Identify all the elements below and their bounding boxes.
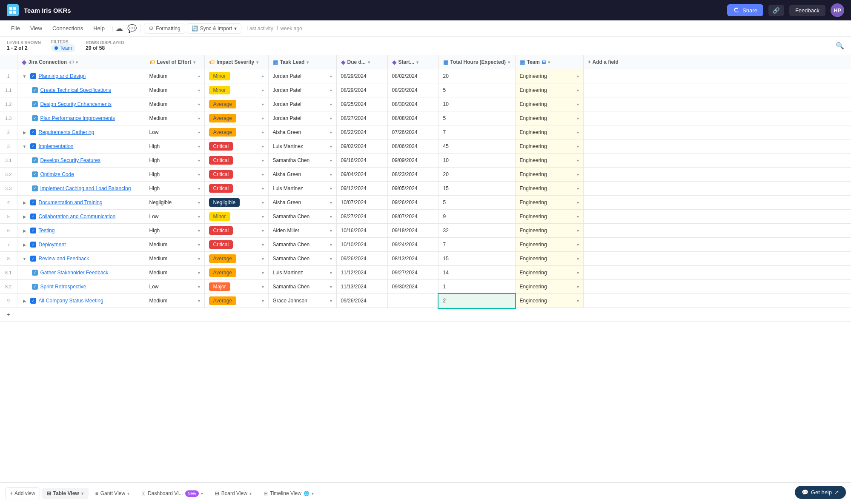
effort-dropdown[interactable]: ▾ xyxy=(198,116,200,121)
lead-dropdown[interactable]: ▾ xyxy=(330,88,332,93)
effort-dropdown[interactable]: ▾ xyxy=(198,130,200,135)
team-dropdown[interactable]: ▾ xyxy=(577,158,579,163)
row-name-link[interactable]: Plan Performance Improvements xyxy=(40,115,115,121)
impact-dropdown[interactable]: ▾ xyxy=(262,256,264,261)
impact-dropdown[interactable]: ▾ xyxy=(262,144,264,149)
lead-dropdown[interactable]: ▾ xyxy=(330,228,332,233)
team-dropdown[interactable]: ▾ xyxy=(577,242,579,247)
th-team-arrow[interactable]: ▾ xyxy=(548,60,550,65)
impact-dropdown[interactable]: ▾ xyxy=(262,158,264,163)
row-checkbox[interactable]: ✓ xyxy=(30,214,36,219)
feedback-button[interactable]: Feedback xyxy=(789,5,825,16)
menu-help[interactable]: Help xyxy=(89,23,109,34)
row-name-link[interactable]: Implement Caching and Load Balancing xyxy=(40,185,131,191)
expand-button[interactable]: ▶ xyxy=(22,228,28,233)
th-due-arrow[interactable]: ▾ xyxy=(368,60,370,65)
row-checkbox[interactable]: ✓ xyxy=(32,115,38,121)
row-name-link[interactable]: Gather Stakeholder Feedback xyxy=(40,270,109,276)
row-checkbox[interactable]: ✓ xyxy=(30,242,36,248)
row-name-link[interactable]: Collaboration and Communication xyxy=(39,214,116,219)
effort-dropdown[interactable]: ▾ xyxy=(198,88,200,93)
lead-dropdown[interactable]: ▾ xyxy=(330,214,332,219)
row-name-link[interactable]: Optimize Code xyxy=(40,171,74,177)
lead-dropdown[interactable]: ▾ xyxy=(330,116,332,121)
row-checkbox[interactable]: ✓ xyxy=(32,87,38,93)
row-name-link[interactable]: Design Security Enhancements xyxy=(40,101,112,107)
lead-dropdown[interactable]: ▾ xyxy=(330,242,332,247)
impact-dropdown[interactable]: ▾ xyxy=(262,214,264,219)
team-dropdown[interactable]: ▾ xyxy=(577,88,579,93)
th-impact[interactable]: 🏷 Impact Severity ▾ xyxy=(204,55,268,69)
add-view-button[interactable]: + Add view xyxy=(5,487,40,499)
impact-dropdown[interactable]: ▾ xyxy=(262,271,264,275)
effort-dropdown[interactable]: ▾ xyxy=(198,271,200,275)
lead-dropdown[interactable]: ▾ xyxy=(330,200,332,205)
menu-file[interactable]: File xyxy=(7,23,24,34)
effort-dropdown[interactable]: ▾ xyxy=(198,172,200,177)
team-dropdown[interactable]: ▾ xyxy=(577,172,579,177)
tab-gantt-view[interactable]: ≡ Gantt View ▾ xyxy=(90,488,135,499)
th-name[interactable]: ◆ Jira Connection 🏷 ▾ xyxy=(17,55,145,69)
row-name-link[interactable]: Planning and Design xyxy=(39,73,86,79)
lead-dropdown[interactable]: ▾ xyxy=(330,74,332,79)
impact-dropdown[interactable]: ▾ xyxy=(262,116,264,121)
add-row-button[interactable]: + xyxy=(0,308,851,322)
effort-dropdown[interactable]: ▾ xyxy=(198,228,200,233)
lead-dropdown[interactable]: ▾ xyxy=(330,271,332,275)
expand-button[interactable]: ▶ xyxy=(22,129,28,135)
expand-button[interactable]: ▶ xyxy=(22,214,28,219)
add-field-button[interactable]: + Add a field xyxy=(588,59,847,65)
lead-dropdown[interactable]: ▾ xyxy=(330,102,332,107)
th-due[interactable]: ◆ Due d... ▾ xyxy=(336,55,387,69)
impact-dropdown[interactable]: ▾ xyxy=(262,299,264,303)
row-checkbox[interactable]: ✓ xyxy=(30,228,36,233)
sync-button[interactable]: 🔄 Sync & Import ▾ xyxy=(187,23,241,34)
effort-dropdown[interactable]: ▾ xyxy=(198,102,200,107)
impact-dropdown[interactable]: ▾ xyxy=(262,242,264,247)
impact-dropdown[interactable]: ▾ xyxy=(262,88,264,93)
effort-dropdown[interactable]: ▾ xyxy=(198,186,200,191)
th-start[interactable]: ◆ Start... ▾ xyxy=(387,55,438,69)
row-checkbox[interactable]: ✓ xyxy=(30,73,36,79)
impact-dropdown[interactable]: ▾ xyxy=(262,200,264,205)
menu-view[interactable]: View xyxy=(26,23,46,34)
expand-button[interactable]: ▶ xyxy=(22,242,28,248)
team-dropdown[interactable]: ▾ xyxy=(577,256,579,261)
formatting-button[interactable]: ⚙ Formatting xyxy=(144,23,185,34)
th-team[interactable]: ▦ Team ⊟ ▾ xyxy=(515,55,583,69)
cloud-icon[interactable]: ☁ xyxy=(115,24,123,33)
th-effort[interactable]: 🏷 Level of Effort ▾ xyxy=(145,55,204,69)
expand-button[interactable]: ▼ xyxy=(22,143,28,149)
row-checkbox[interactable]: ✓ xyxy=(30,129,36,135)
impact-dropdown[interactable]: ▾ xyxy=(262,74,264,79)
impact-dropdown[interactable]: ▾ xyxy=(262,186,264,191)
team-dropdown[interactable]: ▾ xyxy=(577,299,579,303)
link-button[interactable]: 🔗 xyxy=(768,5,784,16)
effort-dropdown[interactable]: ▾ xyxy=(198,214,200,219)
team-dropdown[interactable]: ▾ xyxy=(577,228,579,233)
th-effort-arrow[interactable]: ▾ xyxy=(193,60,195,65)
effort-dropdown[interactable]: ▾ xyxy=(198,242,200,247)
row-checkbox[interactable]: ✓ xyxy=(30,298,36,304)
row-name-link[interactable]: Review and Feedback xyxy=(39,256,89,262)
expand-button[interactable]: ▶ xyxy=(22,199,28,205)
effort-dropdown[interactable]: ▾ xyxy=(198,285,200,289)
tab-dashboard-view[interactable]: ⊡ Dashboard Vi... New ▾ xyxy=(136,488,208,499)
lead-dropdown[interactable]: ▾ xyxy=(330,144,332,149)
impact-dropdown[interactable]: ▾ xyxy=(262,172,264,177)
get-help-button[interactable]: 💬 Get help ↗ xyxy=(795,486,846,499)
tab-board-view[interactable]: ⊟ Board View ▾ xyxy=(210,488,257,499)
share-button[interactable]: Share xyxy=(727,4,763,16)
row-checkbox[interactable]: ✓ xyxy=(32,171,38,177)
row-name-link[interactable]: Testing xyxy=(39,228,55,233)
lead-dropdown[interactable]: ▾ xyxy=(330,130,332,135)
effort-dropdown[interactable]: ▾ xyxy=(198,74,200,79)
row-checkbox[interactable]: ✓ xyxy=(32,284,38,290)
lead-dropdown[interactable]: ▾ xyxy=(330,172,332,177)
row-name-link[interactable]: Develop Security Features xyxy=(40,157,100,163)
impact-dropdown[interactable]: ▾ xyxy=(262,285,264,289)
th-name-arrow[interactable]: ▾ xyxy=(76,60,78,65)
row-name-link[interactable]: All-Company Status Meeting xyxy=(39,298,103,304)
row-name-link[interactable]: Requirements Gathering xyxy=(39,129,95,135)
team-dropdown[interactable]: ▾ xyxy=(577,130,579,135)
